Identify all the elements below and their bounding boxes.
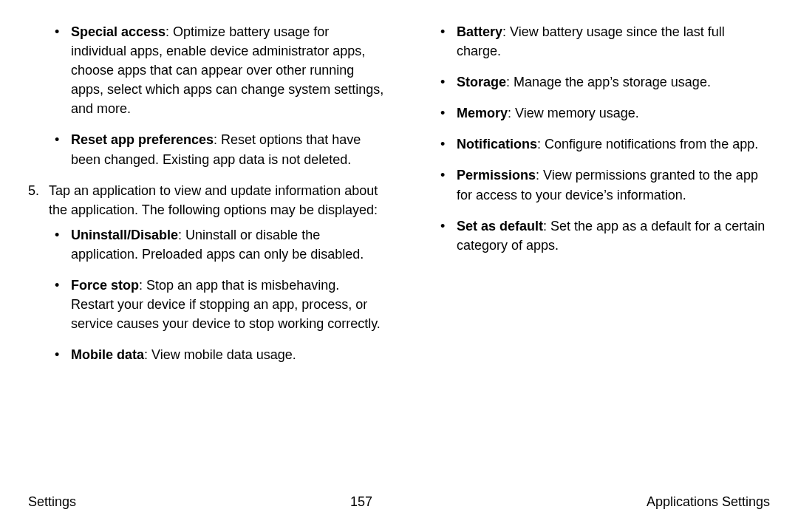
footer-page-number: 157 — [350, 492, 372, 511]
columns: Special access: Optimize battery usage f… — [28, 22, 770, 376]
numbered-step: 5. Tap an application to view and update… — [28, 181, 384, 219]
right-column: Battery: View battery usage since the la… — [414, 22, 770, 376]
desc: : View mobile data usage. — [144, 347, 296, 362]
desc: : View memory usage. — [508, 106, 639, 120]
right-bullet-list: Battery: View battery usage since the la… — [414, 22, 770, 255]
page: Special access: Optimize battery usage f… — [0, 0, 798, 532]
list-item: Force stop: Stop an app that is misbehav… — [71, 276, 384, 333]
term: Force stop — [71, 278, 139, 293]
term: Mobile data — [71, 347, 144, 362]
term: Permissions — [457, 168, 536, 183]
footer-left: Settings — [28, 492, 76, 511]
list-item: Notifications: Configure notifications f… — [457, 134, 770, 154]
step-number: 5. — [28, 181, 49, 219]
desc: : Configure notifications from the app. — [537, 137, 758, 151]
list-item: Reset app preferences: Reset options tha… — [71, 130, 384, 168]
list-item: Permissions: View permissions granted to… — [457, 166, 770, 204]
step-text: Tap an application to view and update in… — [49, 181, 384, 219]
term: Uninstall/Disable — [71, 228, 178, 242]
top-bullet-list: Special access: Optimize battery usage f… — [28, 22, 384, 169]
sub-bullet-list: Uninstall/Disable: Uninstall or disable … — [28, 225, 384, 365]
term: Battery — [457, 24, 502, 39]
term: Set as default — [457, 219, 543, 233]
term: Reset app preferences — [71, 132, 214, 147]
list-item: Uninstall/Disable: Uninstall or disable … — [71, 225, 384, 264]
list-item: Battery: View battery usage since the la… — [457, 22, 770, 61]
list-item: Mobile data: View mobile data usage. — [71, 345, 384, 364]
term: Memory — [457, 106, 508, 120]
term: Special access — [71, 24, 166, 39]
list-item: Set as default: Set the app as a default… — [457, 216, 770, 255]
list-item: Memory: View memory usage. — [457, 103, 770, 123]
list-item: Storage: Manage the app’s storage usage. — [457, 72, 770, 92]
list-item: Special access: Optimize battery usage f… — [71, 22, 384, 118]
term: Storage — [457, 75, 506, 89]
term: Notifications — [457, 137, 537, 151]
footer: Settings 157 Applications Settings — [0, 492, 798, 511]
desc: : Manage the app’s storage usage. — [506, 75, 711, 89]
left-column: Special access: Optimize battery usage f… — [28, 22, 384, 376]
footer-right: Applications Settings — [647, 492, 770, 511]
